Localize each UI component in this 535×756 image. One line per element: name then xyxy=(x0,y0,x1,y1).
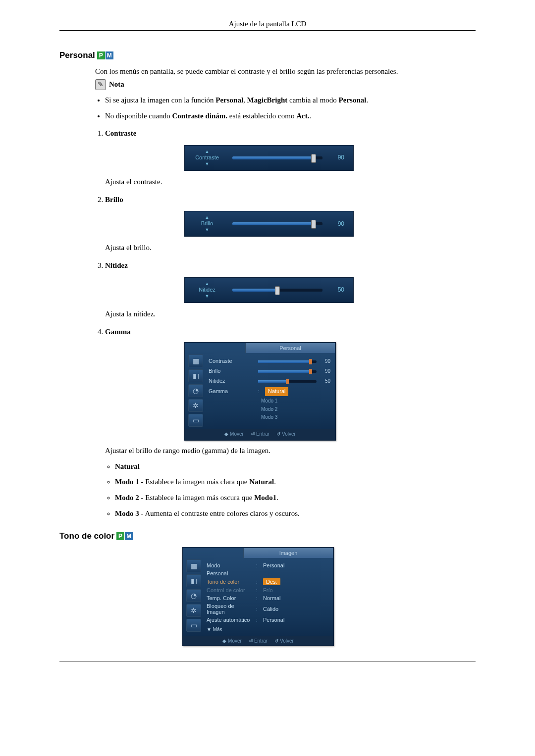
section-title-text: Tono de color xyxy=(59,531,114,541)
arrow-down-icon: ▼ xyxy=(205,228,210,232)
note-icon: ✎ xyxy=(95,79,106,90)
gamma-natural: Natural xyxy=(115,461,476,472)
osd-icon-clock: ◔ xyxy=(186,589,201,602)
osd-menu-gamma: Personal ▦ ◧ ◔ ✲ ▭ Contraste90 Brillo90 xyxy=(184,342,336,441)
osd-slider-nitidez: ▲ Nitidez ▼ 50 xyxy=(184,277,354,303)
osd-slider-contraste: ▲ Contraste ▼ 90 xyxy=(184,145,354,171)
gamma-modo1: Modo 1 - Establece la imagen más clara q… xyxy=(115,477,476,488)
osd-slider-brillo: ▲ Brillo ▼ 90 xyxy=(184,211,354,237)
section-title-tono: Tono de color P M xyxy=(59,531,476,541)
slider-track xyxy=(232,222,322,225)
osd-icon-input: ▭ xyxy=(188,414,203,427)
note-bullet-1: Si se ajusta la imagen con la función Pe… xyxy=(105,95,476,106)
arrow-down-icon: ▼ xyxy=(205,162,210,166)
osd-icon-gear: ✲ xyxy=(186,604,201,617)
item-gamma: Gamma Personal ▦ ◧ ◔ ✲ ▭ Contraste90 xyxy=(105,327,476,519)
osd-tab-label: Imagen xyxy=(243,548,333,558)
section-title-text: Personal xyxy=(59,50,95,60)
osd-icon-picture: ▦ xyxy=(188,354,203,367)
arrow-down-icon: ▼ xyxy=(205,294,210,299)
osd-icon-picture: ▦ xyxy=(186,559,201,572)
pm-badge: P M xyxy=(116,532,133,540)
osd-icon-mode: ◧ xyxy=(188,369,203,382)
osd-more-label: ▼ Más xyxy=(207,627,328,632)
slider-track xyxy=(232,156,322,159)
item-brillo: Brillo ▲ Brillo ▼ 90 Ajusta el brillo. xyxy=(105,195,476,253)
badge-m-icon: M xyxy=(125,532,133,540)
intro-text: Con los menús en pantalla, se puede camb… xyxy=(95,66,476,77)
page-header: Ajuste de la pantalla LCD xyxy=(59,20,476,31)
note-label: Nota xyxy=(109,79,124,90)
section-title-personal: Personal P M xyxy=(59,50,476,60)
badge-p-icon: P xyxy=(97,51,105,59)
page-footer-rule xyxy=(59,661,476,661)
arrow-up-icon: ▲ xyxy=(205,215,210,220)
badge-m-icon: M xyxy=(106,51,113,59)
slider-track xyxy=(232,289,322,292)
item-contraste: Contraste ▲ Contraste ▼ 90 Ajusta el con… xyxy=(105,128,476,187)
item-nitidez: Nitidez ▲ Nitidez ▼ 50 Ajusta la nitidez… xyxy=(105,260,476,319)
arrow-up-icon: ▲ xyxy=(205,282,210,286)
note-bullet-2: No disponible cuando Contraste dinám. es… xyxy=(105,111,476,122)
osd-icon-clock: ◔ xyxy=(188,384,203,397)
osd-icon-input: ▭ xyxy=(186,619,201,632)
pm-badge: P M xyxy=(97,51,113,59)
gamma-modo2: Modo 2 - Establece la imagen más oscura … xyxy=(115,493,476,504)
osd-tab-label: Personal xyxy=(245,343,335,353)
arrow-up-icon: ▲ xyxy=(205,150,210,154)
osd-menu-tono: Imagen ▦ ◧ ◔ ✲ ▭ Modo:Personal Personal … xyxy=(182,547,334,646)
badge-p-icon: P xyxy=(116,532,124,540)
osd-icon-mode: ◧ xyxy=(186,574,201,587)
gamma-modo3: Modo 3 - Aumenta el contraste entre colo… xyxy=(115,508,476,519)
osd-icon-gear: ✲ xyxy=(188,399,203,412)
